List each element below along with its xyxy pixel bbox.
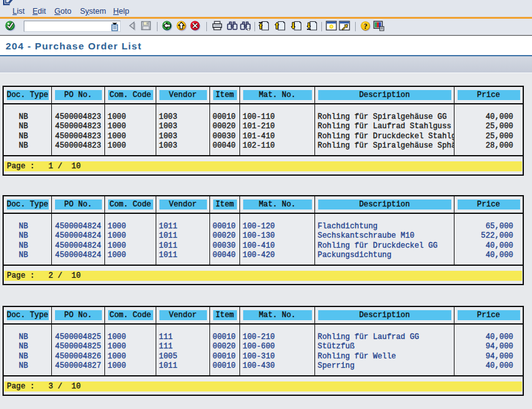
cell[interactable]: 00040 [210,251,239,260]
column-header-po-no[interactable]: PO No. [52,196,105,213]
cell[interactable]: Rohling für Welle [315,352,454,361]
enter-button[interactable] [5,21,17,32]
column-header-description[interactable]: Description [315,87,454,103]
cell[interactable]: 1011 [156,222,209,231]
cell[interactable]: 00020 [210,231,239,241]
new-session-button[interactable] [326,21,337,31]
cell[interactable]: 1000 [105,342,156,351]
cell[interactable]: 4500004824 [52,231,104,241]
cell[interactable]: NB [4,342,51,351]
menu-item-edit[interactable]: Edit [33,7,46,16]
cell[interactable]: 00010 [210,333,239,342]
cell[interactable]: NB [4,132,51,141]
cell[interactable]: NB [4,352,51,361]
cell[interactable]: 94,000 [454,352,523,361]
column-header-description[interactable]: Description [315,307,454,323]
cell[interactable]: Stützfuß [315,342,454,351]
cell[interactable]: 28,000 [454,141,523,151]
cell[interactable]: NB [4,222,51,231]
column-header-doc-type[interactable]: Doc. Type [4,87,52,103]
column-header-item[interactable]: Item [210,307,240,323]
cell[interactable]: 4500004825 [52,342,104,351]
back-button[interactable] [162,21,174,32]
cell[interactable]: 522,000 [454,231,523,241]
cell[interactable]: 25,000 [454,122,523,131]
command-history-icon[interactable] [111,22,119,31]
cell[interactable]: 111 [156,333,209,342]
cell[interactable]: 4500004824 [52,241,104,251]
cell[interactable]: 100-600 [240,342,314,351]
column-header-po-no[interactable]: PO No. [52,307,105,323]
command-field[interactable] [24,21,121,32]
first-page-button[interactable] [258,21,269,31]
cell[interactable]: 40,000 [454,333,523,342]
cell[interactable]: NB [4,122,51,131]
menu-item-help[interactable]: Help [113,7,129,16]
cell[interactable]: 40,000 [454,361,523,371]
cell[interactable]: 1000 [105,113,156,122]
cell[interactable]: 4500004823 [52,132,104,141]
cell[interactable]: NB [4,361,51,371]
page-down-button[interactable] [291,21,302,31]
cell[interactable]: 1011 [156,241,209,251]
cell[interactable]: 65,000 [454,222,523,231]
column-header-com-code[interactable]: Com. Code [105,196,156,213]
cell[interactable]: NB [4,333,51,342]
cell[interactable]: Rohling für Spiralgehäuse GG [315,113,454,122]
cell[interactable]: 100-120 [240,222,314,231]
menu-item-system[interactable]: System [80,7,106,16]
cell[interactable]: NB [4,113,51,122]
cell[interactable]: 4500004824 [52,251,104,260]
cell[interactable]: 1003 [156,113,209,122]
cancel-button[interactable] [190,21,202,32]
cell[interactable]: NB [4,241,51,251]
cell[interactable]: 1000 [105,132,156,141]
cell[interactable]: 4500004826 [52,352,104,361]
cell[interactable]: Rohling für Druckdeckel Stahlg [315,132,454,141]
cell[interactable]: 1000 [105,251,156,260]
column-header-mat-no[interactable]: Mat. No. [240,87,315,103]
cell[interactable]: 4500004823 [52,113,104,122]
column-header-item[interactable]: Item [210,87,240,103]
cell[interactable]: 94,000 [454,342,523,351]
cell[interactable]: 40,000 [454,113,523,122]
cell[interactable]: 100-430 [240,361,314,371]
column-header-item[interactable]: Item [210,196,240,213]
cell[interactable]: 1000 [105,231,156,241]
cell[interactable]: 111 [156,342,209,351]
column-header-doc-type[interactable]: Doc. Type [4,307,52,323]
cell[interactable]: Rohling für Laufrad Stahlguss [315,122,454,131]
cell[interactable]: 101-210 [240,122,314,131]
cell[interactable]: 1011 [156,251,209,260]
cell[interactable]: 4500004825 [52,333,104,342]
cell[interactable]: 1003 [156,122,209,131]
column-header-price[interactable]: Price [454,87,523,103]
cell[interactable]: 00030 [210,241,239,251]
column-header-mat-no[interactable]: Mat. No. [240,307,315,323]
cell[interactable]: Rohling für Laufrad GG [315,333,454,342]
cell[interactable]: 00040 [210,141,239,151]
cell[interactable]: Sechskantschraube M10 [315,231,454,241]
cell[interactable]: 1011 [156,231,209,241]
column-header-vendor[interactable]: Vendor [156,87,210,103]
menu-item-goto[interactable]: Goto [54,7,71,16]
cell[interactable]: 1003 [156,132,209,141]
cell[interactable]: 00010 [210,113,239,122]
cell[interactable]: 102-110 [240,141,314,151]
create-shortcut-button[interactable] [339,21,350,31]
cell[interactable]: 4500004827 [52,361,104,371]
cell[interactable]: 00010 [210,222,239,231]
cell[interactable]: 100-110 [240,113,314,122]
cell[interactable]: 100-210 [240,333,314,342]
cell[interactable]: Packungsdichtung [315,251,454,260]
cell[interactable]: 00010 [210,361,239,371]
cell[interactable]: 100-410 [240,241,314,251]
exit-button[interactable] [176,21,188,32]
cell[interactable]: 25,000 [454,132,523,141]
cell[interactable]: 101-410 [240,132,314,141]
column-header-com-code[interactable]: Com. Code [105,87,156,103]
cell[interactable]: 100-420 [240,251,314,260]
cell[interactable]: 1000 [105,361,156,371]
menu-item-list[interactable]: List [13,7,24,16]
print-button[interactable] [211,21,223,31]
